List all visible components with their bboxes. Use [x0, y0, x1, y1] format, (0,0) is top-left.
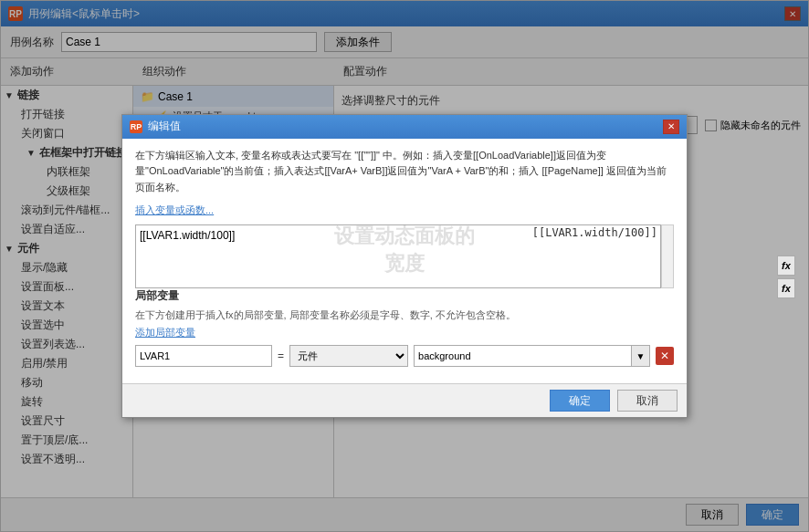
var-value-wrapper: ▼ — [414, 345, 650, 367]
modal-description: 在下方编辑区输入文本, 变量名称或表达式要写在 "[[""]]" 中。例如：插入… — [135, 148, 674, 196]
fx-buttons-panel: fx fx — [777, 256, 795, 298]
textarea-value-display: [[LVAR1.width/100]] — [532, 226, 657, 239]
var-equals-label: = — [278, 349, 284, 362]
var-name-input[interactable] — [135, 345, 272, 367]
insert-var-link[interactable]: 插入变量或函数... — [135, 204, 214, 215]
local-var-title: 局部变量 — [135, 288, 674, 304]
fx-button-1[interactable]: fx — [777, 256, 795, 276]
delete-icon: ✕ — [660, 349, 669, 362]
local-var-desc: 在下方创建用于插入fx的局部变量, 局部变量名称必须是字母、数字, 不允许包含空… — [135, 308, 674, 323]
modal-body: 在下方编辑区输入文本, 变量名称或表达式要写在 "[[""]]" 中。例如：插入… — [122, 139, 687, 383]
modal-ok-button[interactable]: 确定 — [550, 390, 610, 412]
var-delete-button[interactable]: ✕ — [656, 347, 674, 365]
dropdown-arrow-icon: ▼ — [636, 351, 646, 361]
var-value-dropdown-button[interactable]: ▼ — [632, 345, 650, 367]
modal-title-bar: RP 编辑值 ✕ — [122, 115, 687, 139]
modal-overlay: RP 编辑值 ✕ 在下方编辑区输入文本, 变量名称或表达式要写在 "[[""]]… — [1, 1, 808, 531]
fx-button-2[interactable]: fx — [777, 278, 795, 298]
modal-bottom-bar: 确定 取消 — [122, 383, 687, 417]
edit-modal: RP 编辑值 ✕ 在下方编辑区输入文本, 变量名称或表达式要写在 "[[""]]… — [121, 114, 688, 418]
modal-close-button[interactable]: ✕ — [663, 120, 679, 134]
var-row: = 元件 ▼ ✕ — [135, 345, 674, 367]
modal-title-icon: RP — [130, 120, 142, 133]
var-type-select[interactable]: 元件 — [289, 345, 408, 367]
modal-title-text: 编辑值 — [148, 119, 181, 134]
textarea-scrollbar[interactable] — [661, 224, 674, 288]
add-local-var-link[interactable]: 添加局部变量 — [135, 327, 195, 338]
textarea-container: 设置动态面板的 宽度 [[LVAR1.width/100]] — [135, 224, 674, 288]
modal-cancel-button[interactable]: 取消 — [617, 390, 678, 412]
var-value-input[interactable] — [414, 345, 632, 367]
local-var-section: 局部变量 在下方创建用于插入fx的局部变量, 局部变量名称必须是字母、数字, 不… — [135, 288, 674, 368]
